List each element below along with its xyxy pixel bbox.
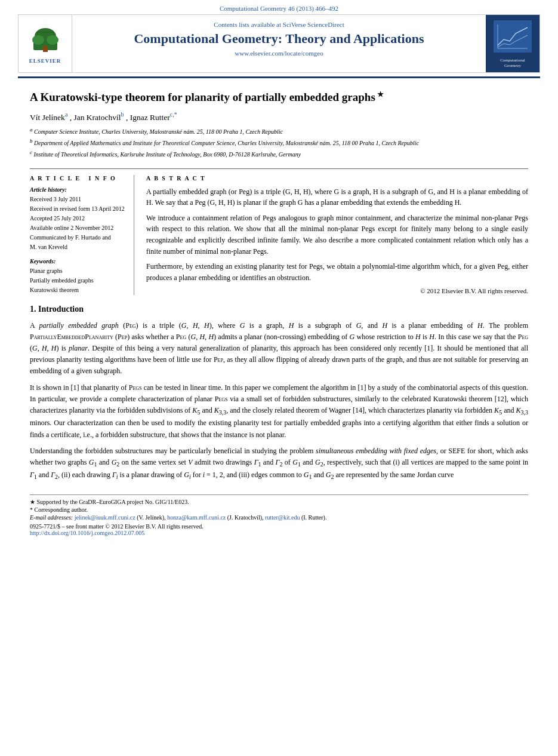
banner-center: Contents lists available at SciVerse Sci… [72,15,486,72]
journal-ref-line: Computational Geometry 46 (2013) 466–492 [0,0,558,14]
doi-link[interactable]: http://dx.doi.org/10.1016/j.comgeo.2012.… [30,530,144,536]
mini-cover-icon [492,19,534,54]
revised-line: Received in revised form 13 April 2012 [30,204,127,214]
thick-divider [18,76,540,78]
affiliation-b: b Department of Applied Mathematics and … [30,137,528,148]
keywords-heading: Keywords: [30,258,127,265]
svg-point-2 [32,35,44,45]
abstract-text: A partially embedded graph (or Peg) is a… [146,186,528,284]
kw-1: Planar graphs [30,266,127,276]
copyright-line: © 2012 Elsevier B.V. All rights reserved… [146,287,528,294]
svg-rect-7 [494,20,532,53]
author3-name: , Ignaz Rutter [126,113,170,122]
intro-section: 1. Introduction A partially embedded gra… [30,305,528,483]
elsevier-tree-icon [27,23,63,56]
authors-line: Vít Jelíneka , Jan Kratochvílb , Ignaz R… [30,111,528,122]
footnote-email: E-mail addresses: jelinek@iuuk.mff.cuni.… [30,514,528,521]
author2-sup: b [121,111,124,118]
footnote-doi: http://dx.doi.org/10.1016/j.comgeo.2012.… [30,530,528,536]
two-col-section: A R T I C L E I N F O Article history: R… [30,168,528,295]
affiliations: a Computer Science Institute, Charles Un… [30,125,528,160]
abstract-p2: We introduce a containment relation of P… [146,213,528,257]
kw-2: Partially embedded graphs [30,276,127,285]
paper-content: A Kuratowski-type theorem for planarity … [0,90,558,536]
journal-ref: Computational Geometry 46 (2013) 466–492 [220,5,338,12]
author3-sup: c,* [170,111,177,118]
article-info-col: A R T I C L E I N F O Article history: R… [30,175,134,295]
title-star: ★ [375,90,384,99]
keywords-section: Keywords: Planar graphs Partially embedd… [30,258,127,295]
author1-sup: a [65,111,67,118]
available-line: Available online 2 November 2012 [30,223,127,233]
history-heading: Article history: [30,186,127,193]
journal-url: www.elsevier.com/locate/comgeo [78,50,480,57]
mini-journal-title: ComputationalGeometry [492,58,534,69]
elsevier-brand-text: ELSEVIER [29,58,61,64]
journal-title-banner: Computational Geometry: Theory and Appli… [78,31,480,47]
received-line: Received 3 July 2011 [30,195,127,204]
abstract-label: A B S T R A C T [146,175,528,182]
kw-3: Kuratowski theorem [30,285,127,295]
abstract-col: A B S T R A C T A partially embedded gra… [146,175,528,295]
elsevier-logo-section: ELSEVIER [19,15,72,72]
abstract-p1: A partially embedded graph (or Peg) is a… [146,186,528,208]
sciverse-text: Contents lists available at SciVerse Sci… [78,21,480,28]
svg-rect-4 [43,46,48,52]
communicated-line2: M. van Kreveld [30,242,127,252]
intro-title: 1. Introduction [30,305,528,314]
top-banner: ELSEVIER Contents lists available at Sci… [18,14,540,73]
author1-name: Vít Jelínek [30,113,65,122]
footnote-star2: * Corresponding author. [30,506,528,513]
footnote-section: ★ Supported by the GraDR–EuroGIGA projec… [30,494,528,536]
affiliation-c: c Institute of Theoretical Informatics, … [30,148,528,159]
article-history-section: Article history: Received 3 July 2011 Re… [30,186,127,252]
affiliation-a: a Computer Science Institute, Charles Un… [30,125,528,137]
banner-right: ComputationalGeometry [486,15,539,72]
intro-p1: A partially embedded graph (Peg) is a tr… [30,320,528,377]
paper-title: A Kuratowski-type theorem for planarity … [30,90,528,105]
footnote-issn: 0925-7721/$ – see front matter © 2012 El… [30,523,528,530]
author2-name: , Jan Kratochvíl [70,113,121,122]
intro-p3: Understanding the forbidden substructure… [30,445,528,483]
svg-point-3 [47,35,58,45]
accepted-line: Accepted 25 July 2012 [30,214,127,223]
communicated-line: Communicated by F. Hurtado and [30,233,127,242]
article-info-label: A R T I C L E I N F O [30,175,127,182]
abstract-p3: Furthermore, by extending an existing pl… [146,261,528,283]
footnote-star: ★ Supported by the GraDR–EuroGIGA projec… [30,499,528,505]
intro-p2: It is shown in [1] that planarity of Peg… [30,382,528,441]
